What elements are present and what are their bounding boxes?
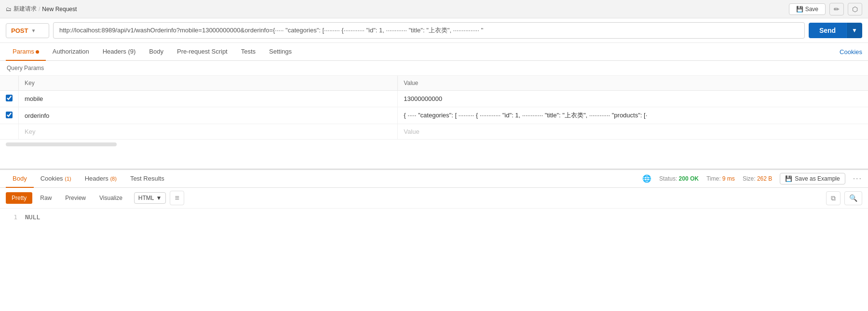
resp-right: 🌐 Status: 200 OK Time: 9 ms Size: 262 B … (642, 173, 862, 184)
search-button[interactable]: 🔍 (844, 191, 862, 205)
copy-button[interactable]: ⧉ (826, 191, 841, 205)
params-table: Key Value mobile 13000000000 orderinfo { (0, 76, 868, 140)
more-options-button[interactable]: ··· (853, 174, 862, 183)
size-label: Size: 262 B (743, 175, 772, 182)
send-button[interactable]: Send (809, 23, 846, 38)
breadcrumb: 🗂 新建请求 / New Request (6, 5, 77, 13)
status-label: Status: 200 OK (659, 175, 699, 182)
send-dropdown-button[interactable]: ▼ (846, 23, 862, 38)
spacer (0, 149, 868, 169)
search-icon: 🔍 (849, 194, 857, 202)
resp-tab-body[interactable]: Body (6, 170, 34, 188)
row2-value-cell[interactable]: { ····· "categories": [ ········· { ····… (398, 107, 868, 124)
section-label-query-params: Query Params (0, 61, 868, 76)
time-label: Time: 9 ms (706, 175, 735, 182)
tab-authorization[interactable]: Authorization (46, 43, 96, 61)
globe-icon: 🌐 (642, 174, 651, 183)
send-dropdown-icon: ▼ (852, 27, 857, 34)
row2-checkbox[interactable] (6, 112, 13, 118)
save-as-example-button[interactable]: 💾 Save as Example (780, 173, 845, 184)
tab-settings[interactable]: Settings (262, 43, 298, 61)
method-value: POST (11, 27, 28, 34)
row1-key-cell[interactable]: mobile (19, 91, 398, 107)
format-bar: Pretty Raw Preview Visualize HTML ▼ ≡ ⧉ … (0, 188, 868, 209)
resp-tab-test-results[interactable]: Test Results (123, 170, 171, 188)
row2-check-cell (0, 107, 19, 124)
tab-params[interactable]: Params (6, 43, 46, 61)
col-value: Value (398, 76, 868, 91)
size-value: 262 B (757, 175, 772, 182)
url-input[interactable]: http://localhost:8989/api/v1/washOrderin… (53, 22, 805, 39)
col-check (0, 76, 19, 91)
resp-tab-cookies[interactable]: Cookies (1) (34, 170, 78, 188)
row1-check-cell (0, 91, 19, 107)
line-content-1: NULL (25, 213, 40, 221)
wrap-button[interactable]: ≡ (170, 191, 184, 205)
tab-headers[interactable]: Headers (9) (96, 43, 143, 61)
save-icon: 💾 (796, 6, 803, 13)
breadcrumb-prev: 新建请求 (14, 5, 37, 13)
fmt-tab-pretty[interactable]: Pretty (6, 192, 32, 204)
edit-button[interactable]: ✏ (829, 3, 844, 15)
tab-tests[interactable]: Tests (234, 43, 262, 61)
format-select[interactable]: HTML ▼ (134, 192, 166, 204)
scroll-area (0, 140, 868, 149)
col-key: Key (19, 76, 398, 91)
table-row: mobile 13000000000 (0, 91, 868, 107)
table-row-empty: Key Value (0, 124, 868, 140)
tab-pre-request-script[interactable]: Pre-request Script (170, 43, 234, 61)
scroll-track[interactable] (6, 142, 117, 146)
top-bar: 🗂 新建请求 / New Request 💾 Save ✏ ⬡ (0, 0, 868, 18)
status-value: 200 OK (679, 175, 699, 182)
response-section: Body Cookies (1) Headers (8) Test Result… (0, 169, 868, 226)
breadcrumb-icon: 🗂 (6, 6, 12, 13)
copy-icon: ⧉ (831, 194, 836, 202)
share-icon: ⬡ (852, 5, 858, 13)
method-arrow-icon: ▼ (31, 28, 36, 33)
empty-check-cell (0, 124, 19, 140)
params-dot (36, 50, 39, 54)
fmt-tab-preview[interactable]: Preview (59, 192, 92, 204)
share-button[interactable]: ⬡ (848, 3, 862, 15)
request-tabs: Params Authorization Headers (9) Body Pr… (0, 43, 868, 61)
empty-value-cell[interactable]: Value (398, 124, 868, 140)
breadcrumb-current: New Request (42, 6, 77, 13)
empty-key-cell[interactable]: Key (19, 124, 398, 140)
breadcrumb-sep: / (39, 6, 40, 13)
table-row: orderinfo { ····· "categories": [ ······… (0, 107, 868, 124)
save-button-top[interactable]: 💾 Save (789, 3, 826, 15)
code-area: 1 NULL (0, 209, 868, 226)
top-bar-right: 💾 Save ✏ ⬡ (789, 3, 862, 15)
row2-key-cell[interactable]: orderinfo (19, 107, 398, 124)
code-line-1: 1 NULL (8, 213, 860, 221)
line-number-1: 1 (8, 213, 17, 221)
row1-checkbox[interactable] (6, 95, 13, 101)
row1-value-cell[interactable]: 13000000000 (398, 91, 868, 107)
url-bar: POST ▼ http://localhost:8989/api/v1/wash… (0, 18, 868, 43)
cookies-link[interactable]: Cookies (840, 48, 862, 56)
tab-body[interactable]: Body (142, 43, 170, 61)
method-select[interactable]: POST ▼ (6, 23, 49, 38)
response-tabs: Body Cookies (1) Headers (8) Test Result… (0, 170, 868, 188)
time-value: 9 ms (722, 175, 735, 182)
save-example-icon: 💾 (785, 175, 792, 182)
fmt-tab-visualize[interactable]: Visualize (94, 192, 128, 204)
resp-tab-headers[interactable]: Headers (8) (78, 170, 123, 188)
format-dropdown-icon: ▼ (156, 195, 162, 201)
fmt-tab-raw[interactable]: Raw (34, 192, 57, 204)
edit-icon: ✏ (834, 5, 840, 13)
format-right: ⧉ 🔍 (826, 191, 862, 205)
send-group: Send ▼ (809, 23, 862, 38)
